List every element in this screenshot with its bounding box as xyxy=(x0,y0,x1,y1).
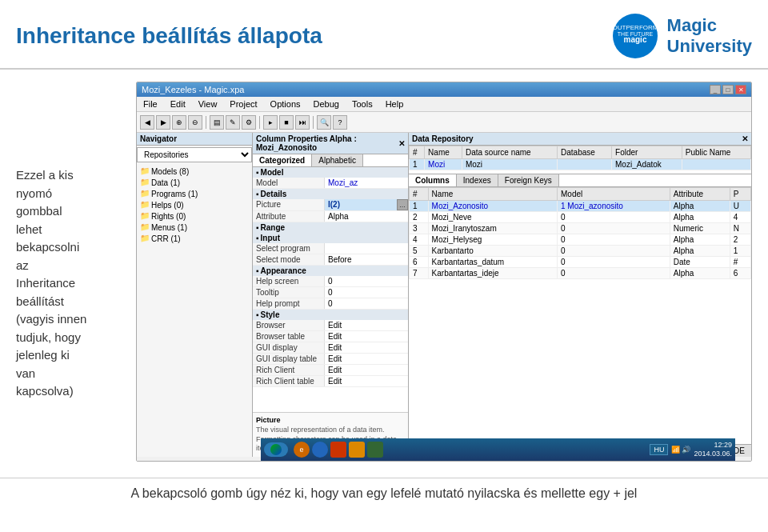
maximize-button[interactable]: □ xyxy=(722,85,734,94)
taskbar-icon-ie[interactable]: e xyxy=(294,442,310,458)
tab-alphabetic[interactable]: Alphabetic xyxy=(312,154,363,166)
repositories-dropdown[interactable]: Repositories xyxy=(137,147,252,162)
menu-tools[interactable]: Tools xyxy=(349,98,376,110)
cell-model: 0 xyxy=(558,212,670,223)
props-value-picture[interactable]: I(2) xyxy=(325,199,397,210)
props-label-rich-client: Rich Client xyxy=(253,365,325,375)
props-value-model[interactable]: Mozi_az xyxy=(325,178,408,188)
props-picture-button[interactable]: … xyxy=(397,199,408,210)
collapse-range-icon[interactable]: ▪ xyxy=(256,223,259,232)
menu-file[interactable]: File xyxy=(140,98,161,110)
menu-project[interactable]: Project xyxy=(226,98,260,110)
cell-model: 1 Mozi_azonosito xyxy=(558,201,670,212)
nav-item-data[interactable]: 📁 Data (1) xyxy=(138,177,250,188)
nav-item-crr[interactable]: 📁 CRR (1) xyxy=(138,233,250,244)
props-row-select-mode: Select mode Before xyxy=(253,254,408,266)
props-section-range: ▪ Range xyxy=(253,222,408,233)
toolbar-btn-8[interactable]: ▸ xyxy=(263,115,278,130)
main-content: Ezzel a kis nyomó gombbal lehet bekapcso… xyxy=(0,70,768,474)
start-button[interactable] xyxy=(264,442,288,457)
col-props-close[interactable]: ✕ xyxy=(398,139,405,148)
table-row[interactable]: 1 Mozi Mozi Mozi_Adatok xyxy=(410,159,751,170)
props-row-picture: Picture I(2) … xyxy=(253,199,408,211)
data-repo-close[interactable]: ✕ xyxy=(742,134,748,143)
cell-attribute: Alpha xyxy=(670,268,730,279)
toolbar-btn-5[interactable]: ▤ xyxy=(210,115,224,130)
toolbar-btn-11[interactable]: 🔍 xyxy=(317,115,331,130)
collapse-details-icon[interactable]: ▪ xyxy=(256,190,259,198)
col-header-num: # xyxy=(410,146,425,159)
table-row[interactable]: 4 Mozi_Helyseg 0 Alpha 2 xyxy=(410,234,751,246)
props-row-model: Model Mozi_az xyxy=(253,178,408,189)
app-window: Mozi_Kezeles - Magic.xpa _ □ ✕ File Edit… xyxy=(137,82,751,461)
tab-foreign-keys[interactable]: Foreign Keys xyxy=(498,174,559,186)
data-repo-table: # Name Data source name Database Folder … xyxy=(409,146,751,170)
menu-options[interactable]: Options xyxy=(267,98,304,110)
props-label-rich-client-table: Rich Client table xyxy=(253,376,325,386)
cell-name: Mozi_Iranytoszam xyxy=(428,223,557,234)
cell-model: 0 xyxy=(558,268,670,279)
toolbar-btn-12[interactable]: ? xyxy=(333,115,347,130)
nav-item-rights[interactable]: 📁 Rights (0) xyxy=(138,210,250,222)
cell-num: 7 xyxy=(410,268,429,279)
cell-folder: Mozi_Adatok xyxy=(612,159,682,170)
columns-table: # Name Model Attribute P 1 Mozi_Azonosit… xyxy=(409,187,751,279)
props-label-browser-table: Browser table xyxy=(253,331,325,342)
props-label-select-mode: Select mode xyxy=(253,254,325,265)
taskbar-icon-1[interactable] xyxy=(312,442,328,458)
folder-icon-menus: 📁 xyxy=(140,222,150,232)
collapse-input-icon[interactable]: ▪ xyxy=(256,234,259,242)
props-value-select-program xyxy=(325,243,408,254)
toolbar-btn-4[interactable]: ⊖ xyxy=(188,115,202,130)
col-header-attribute: Attribute xyxy=(670,188,730,201)
table-row[interactable]: 2 Mozi_Neve 0 Alpha 4 xyxy=(410,212,751,223)
app-body: Navigator Repositories 📁 Models (8) 📁 Da… xyxy=(137,133,751,457)
toolbar-btn-1[interactable]: ◀ xyxy=(140,115,154,130)
toolbar-btn-6[interactable]: ✎ xyxy=(226,115,240,130)
tab-categorized[interactable]: Categorized xyxy=(253,154,312,166)
menu-help[interactable]: Help xyxy=(382,98,407,110)
collapse-model-icon[interactable]: ▪ xyxy=(256,168,259,177)
collapse-style-icon[interactable]: ▪ xyxy=(256,310,259,319)
cell-name: Mozi_Helyseg xyxy=(428,234,557,246)
table-row[interactable]: 5 Karbantarto 0 Alpha 1 xyxy=(410,246,751,257)
folder-icon-helps: 📁 xyxy=(140,200,150,210)
table-row[interactable]: 6 Karbantartas_datum 0 Date # xyxy=(410,257,751,268)
table-row[interactable]: 7 Karbantartas_ideje 0 Alpha 6 xyxy=(410,268,751,279)
props-row-rich-client-table: Rich Client table Edit xyxy=(253,376,408,387)
cell-model: 0 xyxy=(558,246,670,257)
toolbar-btn-10[interactable]: ⏭ xyxy=(295,115,310,130)
toolbar-sep-3 xyxy=(313,116,314,129)
props-label-browser: Browser xyxy=(253,320,325,330)
cell-p: 2 xyxy=(730,234,750,246)
nav-item-programs[interactable]: 📁 Programs (1) xyxy=(138,188,250,199)
taskbar-icons: e xyxy=(294,442,383,458)
props-value-tooltip: 0 xyxy=(325,287,408,298)
taskbar-icon-2[interactable] xyxy=(330,442,346,458)
taskbar-icon-4[interactable] xyxy=(367,442,383,458)
menu-debug[interactable]: Debug xyxy=(310,98,342,110)
table-row[interactable]: 3 Mozi_Iranytoszam 0 Numeric N xyxy=(410,223,751,234)
nav-item-helps[interactable]: 📁 Helps (0) xyxy=(138,199,250,210)
menu-edit[interactable]: Edit xyxy=(167,98,189,110)
toolbar-btn-2[interactable]: ▶ xyxy=(156,115,170,130)
tab-columns[interactable]: Columns xyxy=(409,174,457,186)
menu-view[interactable]: View xyxy=(195,98,221,110)
tab-indexes[interactable]: Indexes xyxy=(457,174,498,186)
close-button[interactable]: ✕ xyxy=(735,85,746,94)
props-section-model: ▪ Model xyxy=(253,167,408,178)
cell-name: Karbantarto xyxy=(428,246,557,257)
table-row[interactable]: 1 Mozi_Azonosito 1 Mozi_azonosito Alpha … xyxy=(410,201,751,212)
titlebar-buttons: _ □ ✕ xyxy=(710,85,746,94)
minimize-button[interactable]: _ xyxy=(710,85,721,94)
nav-item-models[interactable]: 📁 Models (8) xyxy=(138,166,250,177)
props-label-select-program: Select program xyxy=(253,243,325,254)
nav-item-menus[interactable]: 📁 Menus (1) xyxy=(138,222,250,233)
toolbar-btn-9[interactable]: ■ xyxy=(279,115,294,130)
toolbar-btn-7[interactable]: ⚙ xyxy=(242,115,256,130)
cell-model: 0 xyxy=(558,223,670,234)
collapse-appearance-icon[interactable]: ▪ xyxy=(256,266,259,275)
taskbar-icon-3[interactable] xyxy=(349,442,365,458)
col-header-datasource: Data source name xyxy=(462,146,557,159)
toolbar-btn-3[interactable]: ⊕ xyxy=(172,115,186,130)
